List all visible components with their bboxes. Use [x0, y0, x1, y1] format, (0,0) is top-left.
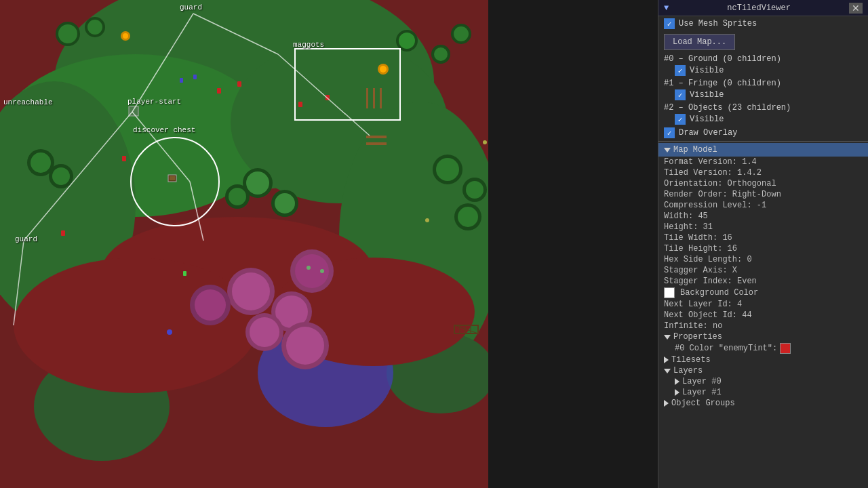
- layer-0-visible: ✓ Visible: [664, 65, 863, 76]
- layer-2-visible-checkbox[interactable]: ✓: [675, 114, 686, 125]
- object-groups-header[interactable]: Object Groups: [658, 398, 868, 409]
- map-model-collapse-icon: [664, 148, 671, 152]
- unreachable-label: unreachable: [3, 98, 53, 106]
- svg-rect-68: [366, 142, 387, 145]
- background-color-row: Background Color: [658, 287, 868, 299]
- svg-point-83: [483, 140, 487, 144]
- svg-point-31: [458, 207, 478, 227]
- svg-point-10: [14, 258, 258, 393]
- compression-level: Compression Level: -1: [658, 200, 868, 211]
- enemy-tint-label: #0 Color "enemyTint":: [675, 344, 777, 353]
- svg-point-39: [232, 272, 270, 310]
- tiled-version: Tiled Version: 1.4.2: [658, 167, 868, 178]
- svg-point-47: [286, 327, 324, 365]
- background-color-label: Background Color: [680, 288, 758, 298]
- svg-rect-58: [183, 271, 186, 276]
- layer-1-tree-label: Layer #1: [682, 388, 722, 397]
- stagger-axis: Stagger Axis: X: [658, 265, 868, 276]
- svg-point-19: [434, 47, 448, 61]
- svg-point-29: [466, 181, 484, 199]
- object-groups-expand-icon: [664, 400, 669, 407]
- svg-rect-52: [298, 102, 302, 107]
- svg-rect-50: [237, 81, 241, 87]
- layer-1-row: #1 – Fringe (0 children) ✓ Visible: [658, 77, 868, 102]
- guard-left-label: guard: [15, 235, 37, 243]
- svg-rect-62: [170, 176, 175, 180]
- layer-0-visible-checkbox[interactable]: ✓: [675, 65, 686, 76]
- player-start-label: player-start: [127, 98, 181, 106]
- layer-0-tree-item[interactable]: Layer #0: [658, 376, 868, 387]
- tilesets-label: Tilesets: [671, 355, 711, 365]
- tile-width: Tile Width: 16: [658, 232, 868, 243]
- svg-point-13: [58, 24, 77, 43]
- layer-0-expand-icon: [675, 378, 679, 385]
- svg-point-45: [250, 317, 279, 347]
- layer-0-title: #0 – Ground (0 children): [664, 54, 863, 64]
- main-container: guard maggots unreachable player-start d…: [0, 0, 868, 488]
- layer-0-visible-label: Visible: [690, 66, 724, 75]
- svg-rect-51: [217, 88, 221, 94]
- height: Height: 31: [658, 222, 868, 232]
- svg-rect-56: [180, 78, 183, 83]
- svg-point-25: [52, 167, 70, 185]
- guard-top-label: guard: [180, 3, 202, 12]
- hex-side-length: Hex Side Length: 0: [658, 254, 868, 265]
- svg-rect-55: [61, 230, 65, 236]
- panel-content[interactable]: ✓ Use Mesh Sprites Load Map... #0 – Grou…: [658, 16, 868, 488]
- properties-label: Properties: [673, 332, 722, 342]
- map-model-label: Map Model: [673, 145, 717, 155]
- layers-collapse-icon: [664, 369, 671, 373]
- layer-2-title: #2 – Objects (23 children): [664, 103, 863, 113]
- layer-1-visible-checkbox[interactable]: ✓: [675, 89, 686, 100]
- svg-point-17: [399, 33, 415, 49]
- layers-section-header[interactable]: Layers: [658, 365, 868, 376]
- map-model-header[interactable]: Map Model: [658, 143, 868, 157]
- draw-overlay-label: Draw Overlay: [679, 128, 737, 138]
- tilesets-header[interactable]: Tilesets: [658, 354, 868, 365]
- draw-overlay-checkbox[interactable]: ✓: [664, 127, 675, 138]
- maggots-label: maggots: [293, 41, 324, 49]
- map-svg: [0, 0, 488, 488]
- panel-separator: [658, 141, 868, 142]
- svg-point-15: [87, 20, 102, 35]
- svg-point-33: [246, 171, 269, 195]
- render-order: Render Order: Right-Down: [658, 189, 868, 200]
- discover-chest-label: discover chest: [133, 126, 195, 134]
- layer-2-visible: ✓ Visible: [664, 114, 863, 125]
- layer-0-tree-label: Layer #0: [682, 377, 722, 386]
- width: Width: 45: [658, 211, 868, 222]
- svg-rect-65: [373, 88, 375, 108]
- stagger-index: Stagger Index: Even: [658, 276, 868, 287]
- svg-rect-57: [193, 75, 197, 79]
- use-mesh-sprites-row: ✓ Use Mesh Sprites: [658, 16, 868, 31]
- svg-point-85: [380, 66, 387, 73]
- use-mesh-sprites-label: Use Mesh Sprites: [679, 19, 757, 28]
- layer-1-expand-icon: [675, 389, 679, 396]
- object-groups-label: Object Groups: [671, 399, 735, 408]
- svg-point-87: [123, 33, 128, 39]
- enemy-tint-row: #0 Color "enemyTint":: [658, 342, 868, 354]
- enemy-tint-swatch: [780, 343, 791, 354]
- load-map-button[interactable]: Load Map...: [664, 34, 735, 50]
- background-color-swatch: [664, 287, 675, 298]
- layer-1-tree-item[interactable]: Layer #1: [658, 387, 868, 398]
- panel-close-button[interactable]: ✕: [849, 3, 863, 14]
- svg-point-21: [454, 26, 469, 41]
- layer-1-title: #1 – Fringe (0 children): [664, 79, 863, 88]
- properties-header[interactable]: Properties: [658, 331, 868, 342]
- layer-2-row: #2 – Objects (23 children) ✓ Visible: [658, 102, 868, 126]
- orientation: Orientation: Orthogonal: [658, 178, 868, 189]
- svg-rect-67: [366, 136, 387, 138]
- svg-point-23: [31, 152, 51, 173]
- svg-rect-54: [122, 156, 126, 161]
- svg-point-27: [436, 158, 459, 181]
- tilesets-expand-icon: [664, 357, 669, 363]
- next-object-id: Next Object Id: 44: [658, 310, 868, 321]
- use-mesh-sprites-checkbox[interactable]: ✓: [664, 18, 675, 29]
- svg-rect-66: [380, 88, 382, 108]
- format-version: Format Version: 1.4: [658, 157, 868, 167]
- layer-2-visible-label: Visible: [690, 115, 724, 124]
- properties-collapse-icon: [664, 335, 671, 340]
- svg-point-81: [167, 329, 172, 335]
- map-area[interactable]: guard maggots unreachable player-start d…: [0, 0, 488, 488]
